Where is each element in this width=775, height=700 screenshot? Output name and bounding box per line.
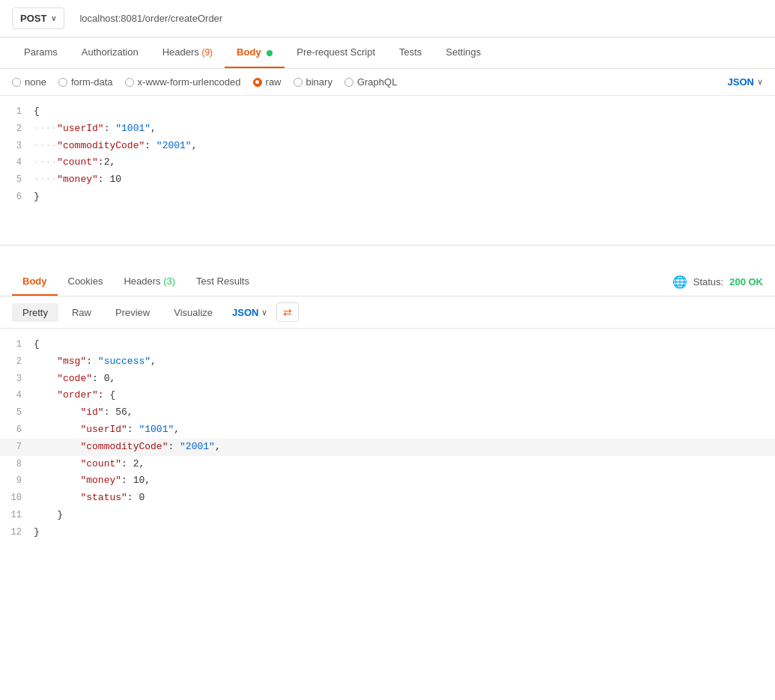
- res-line-6: 6 "userId": "1001",: [0, 421, 775, 439]
- res-line-2: 2 "msg": "success",: [0, 353, 775, 371]
- tab-pre-request[interactable]: Pre-request Script: [285, 37, 387, 68]
- pretty-button[interactable]: Pretty: [12, 303, 58, 322]
- tab-body[interactable]: Body: [225, 37, 285, 68]
- res-line-11: 11 }: [0, 507, 775, 524]
- radio-raw[interactable]: raw: [253, 76, 282, 88]
- radio-circle-form-data: [58, 78, 67, 87]
- method-selector[interactable]: POST ∨: [12, 7, 64, 29]
- radio-circle-urlencoded: [125, 78, 134, 87]
- res-line-5: 5 "id": 56,: [0, 404, 775, 421]
- body-type-bar: none form-data x-www-form-urlencoded raw…: [0, 69, 775, 96]
- response-format-chevron-icon: ∨: [261, 308, 267, 317]
- tab-settings[interactable]: Settings: [434, 37, 493, 68]
- response-tab-test-results[interactable]: Test Results: [186, 268, 260, 296]
- body-dot-indicator: [267, 50, 273, 56]
- res-line-8: 8 "count": 2,: [0, 456, 775, 473]
- format-selector[interactable]: JSON ∨: [728, 76, 763, 88]
- req-line-4: 4 ····"count":2,: [0, 154, 775, 171]
- wrap-button[interactable]: ⇄: [276, 302, 299, 322]
- request-tab-nav: Params Authorization Headers (9) Body Pr…: [0, 37, 775, 69]
- response-code-editor[interactable]: 1 { 2 "msg": "success", 3 "code": 0, 4 "…: [0, 329, 775, 553]
- url-input[interactable]: [72, 8, 763, 28]
- format-label: JSON: [728, 76, 754, 88]
- visualize-button[interactable]: Visualize: [163, 303, 223, 322]
- radio-binary[interactable]: binary: [294, 76, 332, 88]
- tab-tests[interactable]: Tests: [387, 37, 434, 68]
- res-line-1: 1 {: [0, 336, 775, 353]
- req-line-3: 3 ····"commodityCode": "2001",: [0, 138, 775, 155]
- url-bar: POST ∨: [0, 0, 775, 37]
- response-format-selector[interactable]: JSON ∨: [232, 307, 267, 318]
- radio-circle-graphql: [344, 78, 353, 87]
- tab-params[interactable]: Params: [12, 37, 70, 68]
- method-label: POST: [20, 13, 46, 24]
- radio-none[interactable]: none: [12, 76, 46, 88]
- req-line-2: 2 ····"userId": "1001",: [0, 121, 775, 138]
- response-tab-headers[interactable]: Headers (3): [113, 268, 186, 296]
- method-chevron-icon: ∨: [51, 14, 56, 22]
- radio-graphql[interactable]: GraphQL: [344, 76, 397, 88]
- preview-button[interactable]: Preview: [105, 303, 160, 322]
- radio-circle-binary: [294, 78, 303, 87]
- response-tab-body[interactable]: Body: [12, 268, 58, 296]
- res-line-3: 3 "code": 0,: [0, 371, 775, 388]
- format-chevron-icon: ∨: [757, 77, 763, 87]
- tab-headers[interactable]: Headers (9): [151, 37, 225, 68]
- response-tab-cookies[interactable]: Cookies: [58, 268, 114, 296]
- res-line-12: 12 }: [0, 524, 775, 541]
- radio-form-data[interactable]: form-data: [58, 76, 113, 88]
- radio-urlencoded[interactable]: x-www-form-urlencoded: [125, 76, 241, 88]
- response-format-bar: Pretty Raw Preview Visualize JSON ∨ ⇄: [0, 296, 775, 329]
- req-line-6: 6 }: [0, 189, 775, 206]
- section-spacer: [0, 246, 775, 268]
- status-area: 🌐 Status: 200 OK: [672, 275, 763, 289]
- radio-circle-raw: [253, 78, 262, 87]
- res-line-7: 7 "commodityCode": "2001",: [0, 439, 775, 456]
- req-line-5: 5 ····"money": 10: [0, 171, 775, 189]
- request-code-editor[interactable]: 1 { 2 ····"userId": "1001", 3 ····"commo…: [0, 96, 775, 246]
- raw-button[interactable]: Raw: [61, 303, 102, 322]
- req-line-1: 1 {: [0, 103, 775, 121]
- globe-icon: 🌐: [672, 275, 687, 289]
- response-format-label: JSON: [232, 307, 258, 318]
- res-line-9: 9 "money": 10,: [0, 472, 775, 490]
- tab-authorization[interactable]: Authorization: [70, 37, 151, 68]
- res-line-10: 10 "status": 0: [0, 490, 775, 507]
- res-line-4: 4 "order": {: [0, 387, 775, 404]
- response-tab-nav: Body Cookies Headers (3) Test Results 🌐 …: [0, 268, 775, 296]
- radio-circle-none: [12, 78, 21, 87]
